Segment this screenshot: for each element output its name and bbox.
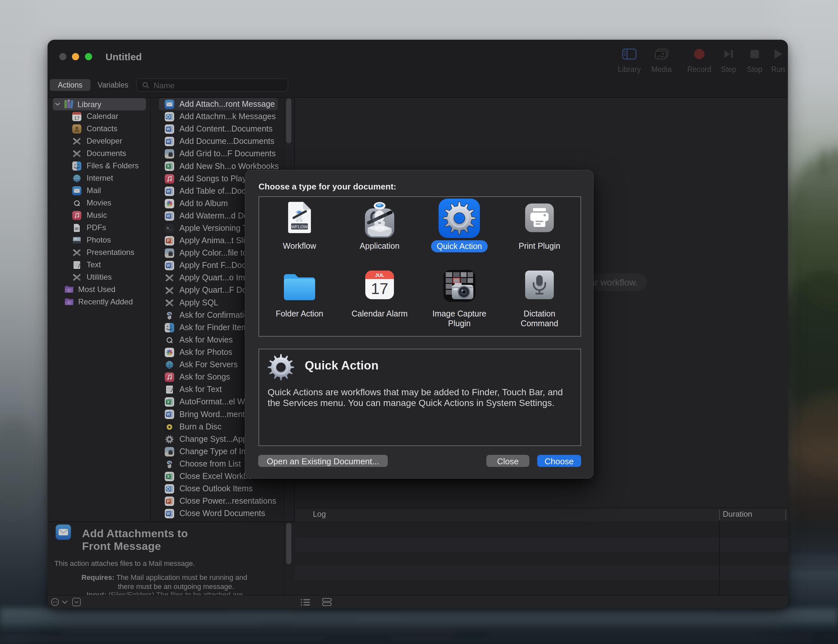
svg-text:X: X [167,474,169,479]
svg-text:WFLOW: WFLOW [291,224,308,229]
svg-text:JUL: JUL [375,272,384,278]
svg-text:W: W [166,189,170,194]
svg-text:P: P [167,239,169,243]
svg-text:W: W [166,127,170,131]
svg-text:>_: >_ [167,226,172,231]
svg-text:W: W [166,412,170,417]
svg-text:W: W [166,140,170,144]
svg-text:X: X [167,400,169,404]
svg-text:W: W [166,511,170,516]
svg-text:W: W [166,263,170,268]
svg-text:W: W [166,214,170,219]
svg-text:P: P [167,499,169,504]
svg-text:17: 17 [371,280,388,297]
svg-text:X: X [167,164,169,169]
svg-text:17: 17 [74,115,80,121]
